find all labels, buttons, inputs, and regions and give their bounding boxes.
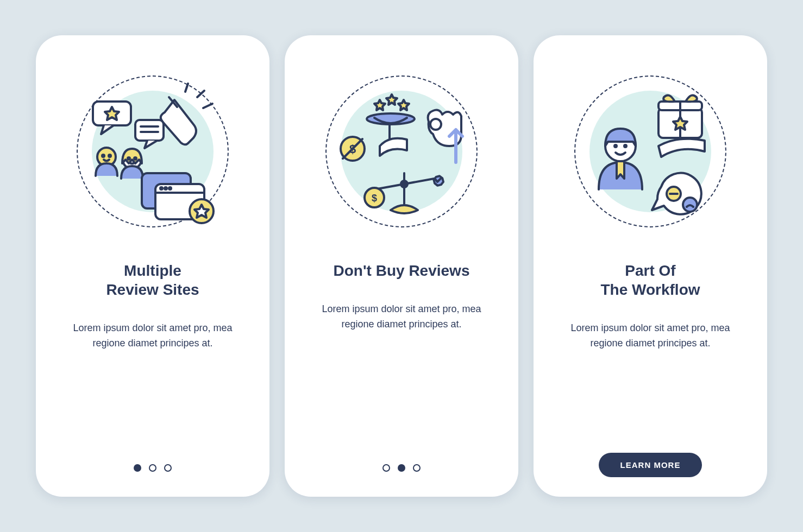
screen-description: Lorem ipsum dolor sit amet pro, mea regi… [315,302,488,332]
svg-text:$: $ [372,193,377,204]
svg-line-2 [185,84,188,92]
page-dot-2[interactable] [149,464,156,472]
page-dot-1[interactable] [382,464,390,472]
svg-point-11 [128,157,130,160]
page-dot-3[interactable] [164,464,172,472]
svg-point-8 [102,155,104,157]
illustration-part-of-workflow [569,70,732,233]
page-indicator [134,464,172,472]
svg-point-33 [614,145,617,147]
page-dot-3[interactable] [413,464,421,472]
svg-point-34 [624,145,626,147]
svg-point-9 [109,155,111,157]
onboarding-screen-2: $ $ Don't Buy Reviews Lorem ipsum dolor … [285,35,518,497]
svg-line-0 [197,91,204,97]
svg-point-16 [160,187,162,189]
screen-title: Part Of The Workflow [600,261,700,299]
screen-description: Lorem ipsum dolor sit amet pro, mea regi… [563,321,737,351]
illustration-multiple-review-sites [71,70,234,233]
svg-point-17 [165,187,167,189]
screen-title: Don't Buy Reviews [334,261,470,280]
page-dot-2[interactable] [398,464,405,472]
onboarding-screen-3: Part Of The Workflow Lorem ipsum dolor s… [534,35,767,497]
page-indicator [382,464,421,472]
svg-point-26 [401,181,407,187]
svg-point-12 [134,157,136,160]
illustration-dont-buy-reviews: $ $ [320,70,483,233]
page-dot-1[interactable] [134,464,141,472]
screen-title: Multiple Review Sites [106,261,199,299]
learn-more-button[interactable]: LEARN MORE [599,453,702,477]
screen-description: Lorem ipsum dolor sit amet pro, mea regi… [66,321,240,351]
svg-point-18 [169,187,171,189]
onboarding-screen-1: Multiple Review Sites Lorem ipsum dolor … [36,35,269,497]
svg-rect-4 [135,120,164,141]
svg-line-1 [203,104,212,108]
